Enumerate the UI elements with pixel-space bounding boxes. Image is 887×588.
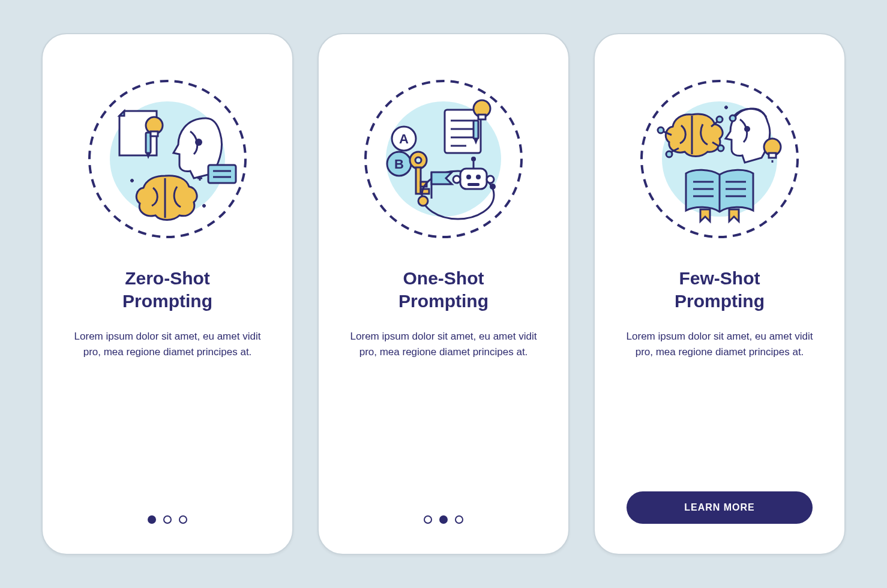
svg-point-17	[415, 157, 421, 163]
page-dot-2[interactable]	[163, 515, 172, 524]
svg-point-53	[730, 115, 736, 121]
svg-point-45	[666, 151, 672, 157]
page-dot-3[interactable]	[179, 515, 187, 524]
screen-description: Lorem ipsum dolor sit amet, eu amet vidi…	[347, 329, 540, 361]
screen-title: Zero-Shot Prompting	[89, 267, 245, 312]
svg-point-46	[718, 145, 724, 151]
screen-title: One-Shot Prompting	[365, 267, 522, 312]
zero-shot-icon	[83, 75, 251, 243]
svg-rect-5	[151, 131, 158, 136]
onboarding-row: Zero-Shot Prompting Lorem ipsum dolor si…	[41, 33, 846, 555]
page-dot-1[interactable]	[424, 515, 432, 524]
svg-point-32	[490, 184, 496, 190]
svg-point-38	[487, 176, 494, 183]
svg-point-39	[466, 175, 471, 179]
svg-text:B: B	[394, 157, 404, 172]
screen-description: Lorem ipsum dolor sit amet, eu amet vidi…	[624, 329, 816, 361]
svg-rect-7	[208, 165, 236, 183]
svg-point-37	[453, 176, 460, 183]
page-dot-2[interactable]	[439, 515, 448, 524]
svg-point-44	[658, 127, 664, 133]
page-dot-1[interactable]	[148, 515, 156, 524]
svg-rect-41	[468, 183, 480, 186]
svg-rect-27	[478, 115, 486, 119]
onboarding-screen-zero-shot: Zero-Shot Prompting Lorem ipsum dolor si…	[41, 33, 293, 555]
svg-rect-28	[474, 121, 478, 139]
onboarding-screen-few-shot: Few-Shot Prompting Lorem ipsum dolor sit…	[594, 33, 846, 555]
svg-point-40	[476, 175, 481, 179]
onboarding-screen-one-shot: A B	[317, 33, 570, 555]
screen-title: Few-Shot Prompting	[642, 267, 798, 312]
svg-rect-55	[769, 153, 776, 158]
screen-description: Lorem ipsum dolor sit amet, eu amet vidi…	[71, 329, 263, 361]
svg-point-35	[471, 157, 476, 161]
svg-text:A: A	[399, 131, 409, 146]
svg-point-31	[418, 196, 428, 206]
one-shot-icon: A B	[359, 75, 528, 243]
page-dot-3[interactable]	[455, 515, 463, 524]
svg-point-47	[717, 116, 723, 122]
learn-more-button[interactable]: LEARN MORE	[627, 491, 813, 524]
page-indicator[interactable]	[424, 515, 463, 524]
few-shot-icon	[636, 75, 804, 243]
page-indicator[interactable]	[148, 515, 187, 524]
